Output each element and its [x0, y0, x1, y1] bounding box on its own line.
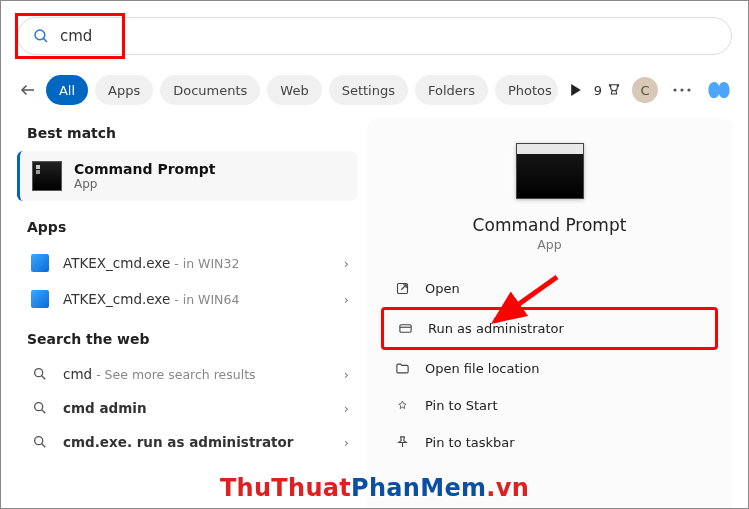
best-match-title: Command Prompt: [74, 161, 215, 177]
svg-rect-14: [399, 325, 410, 333]
shield-icon: [396, 321, 414, 336]
best-match-subtitle: App: [74, 177, 215, 191]
filter-apps[interactable]: Apps: [95, 75, 153, 105]
app-item-atkex-win64[interactable]: ATKEX_cmd.exe - in WIN64 ›: [17, 281, 357, 317]
action-open[interactable]: Open: [381, 270, 718, 307]
more-options-button[interactable]: [668, 76, 696, 104]
magnifier-icon: [32, 400, 48, 416]
action-pin-to-start[interactable]: Pin to Start: [381, 387, 718, 424]
web-item-cmd-admin[interactable]: cmd admin ›: [17, 391, 357, 425]
back-button[interactable]: [17, 76, 39, 104]
filter-web[interactable]: Web: [267, 75, 321, 105]
svg-line-8: [42, 376, 46, 380]
svg-line-10: [42, 410, 46, 414]
filter-documents[interactable]: Documents: [160, 75, 260, 105]
best-match-item[interactable]: Command Prompt App: [17, 151, 357, 201]
trophy-icon: [606, 82, 622, 98]
filter-all[interactable]: All: [46, 75, 88, 105]
command-prompt-icon: [32, 161, 62, 191]
exe-icon: [31, 290, 49, 308]
more-filters-button[interactable]: [565, 76, 587, 104]
filter-row: All Apps Documents Web Settings Folders …: [17, 71, 732, 109]
chevron-right-icon: ›: [344, 435, 349, 450]
copilot-icon[interactable]: [706, 77, 732, 103]
search-bar[interactable]: cmd: [17, 17, 732, 55]
svg-line-1: [43, 38, 47, 42]
user-avatar[interactable]: C: [632, 77, 658, 103]
action-run-as-administrator[interactable]: Run as administrator: [381, 307, 718, 350]
filter-settings[interactable]: Settings: [329, 75, 408, 105]
search-web-heading: Search the web: [17, 325, 357, 357]
folder-icon: [393, 361, 411, 376]
chevron-right-icon: ›: [344, 401, 349, 416]
action-list: Open Run as administrator Open file loca…: [367, 270, 732, 461]
chevron-right-icon: ›: [344, 292, 349, 307]
filter-photos[interactable]: Photos: [495, 75, 558, 105]
svg-point-11: [35, 437, 43, 445]
chevron-right-icon: ›: [344, 256, 349, 271]
web-item-cmd[interactable]: cmd - See more search results ›: [17, 357, 357, 391]
magnifier-icon: [32, 366, 48, 382]
preview-subtitle: App: [537, 237, 561, 252]
search-icon: [32, 27, 50, 45]
action-open-file-location[interactable]: Open file location: [381, 350, 718, 387]
preview-pane: Command Prompt App Open Run as administr…: [367, 119, 732, 508]
preview-title: Command Prompt: [473, 215, 627, 235]
svg-point-4: [673, 88, 676, 91]
svg-point-6: [687, 88, 690, 91]
open-icon: [393, 281, 411, 296]
rewards-points[interactable]: 9: [594, 82, 622, 98]
svg-marker-3: [571, 84, 581, 96]
svg-point-7: [35, 369, 43, 377]
best-match-heading: Best match: [17, 119, 357, 151]
magnifier-icon: [32, 434, 48, 450]
filter-folders[interactable]: Folders: [415, 75, 488, 105]
app-item-atkex-win32[interactable]: ATKEX_cmd.exe - in WIN32 ›: [17, 245, 357, 281]
results-column: Best match Command Prompt App Apps ATKEX…: [17, 119, 367, 508]
svg-point-0: [35, 30, 45, 40]
preview-app-icon: [516, 143, 584, 199]
chevron-right-icon: ›: [344, 367, 349, 382]
pin-icon: [393, 435, 411, 450]
exe-icon: [31, 254, 49, 272]
web-item-cmd-runas[interactable]: cmd.exe. run as administrator ›: [17, 425, 357, 459]
action-pin-to-taskbar[interactable]: Pin to taskbar: [381, 424, 718, 461]
svg-line-12: [42, 444, 46, 448]
apps-heading: Apps: [17, 213, 357, 245]
svg-point-9: [35, 403, 43, 411]
search-query: cmd: [60, 27, 92, 45]
svg-point-5: [680, 88, 683, 91]
pin-icon: [393, 398, 411, 413]
